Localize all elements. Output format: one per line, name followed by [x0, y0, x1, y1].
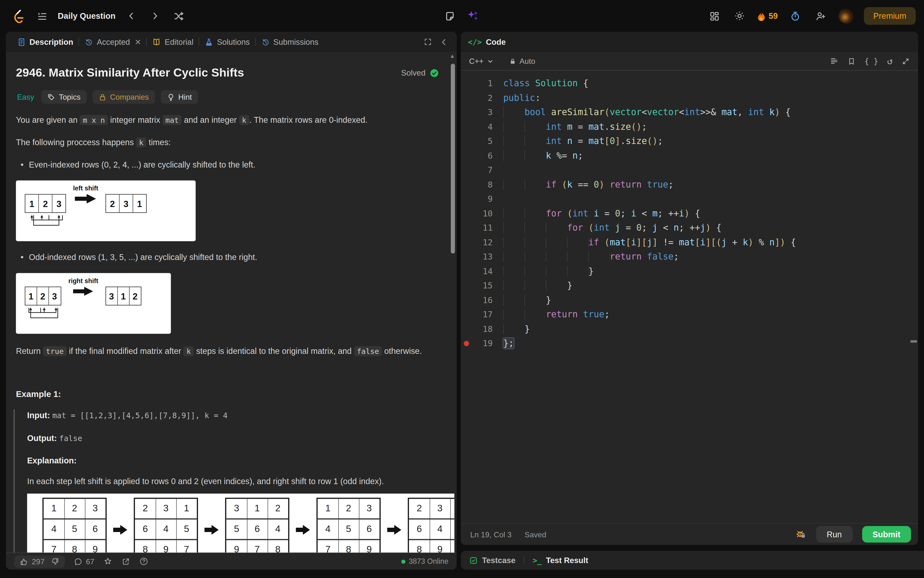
comments-button[interactable]: 67 [73, 557, 94, 566]
tab-label: Accepted [97, 37, 130, 47]
explanation-label: Explanation: [27, 455, 439, 466]
help-icon [139, 557, 149, 566]
tab-submissions[interactable]: Submissions [256, 32, 324, 52]
line-number: 11 [471, 223, 493, 232]
fullscreen-icon[interactable] [423, 37, 432, 47]
run-button[interactable]: Run [816, 526, 852, 542]
line-number: 2 [471, 93, 493, 102]
code-line[interactable]: 19}; [461, 336, 918, 351]
submit-button[interactable]: Submit [862, 526, 911, 542]
nav-daily-question-label[interactable]: Daily Question [58, 11, 115, 21]
tab-editorial[interactable]: Editorial [147, 32, 199, 52]
difficulty-badge[interactable]: Easy [16, 91, 36, 103]
prev-question-icon[interactable] [124, 8, 139, 24]
matrix-sequence-image: 1234567892316458973125649781234567892316… [27, 494, 455, 552]
reset-code-icon[interactable]: ↺ [887, 55, 893, 67]
line-number: 8 [471, 180, 493, 189]
testcase-tab[interactable]: Testcase [469, 556, 516, 565]
checkbox-icon [469, 556, 478, 565]
tab-accepted[interactable]: Accepted ✕ [79, 32, 147, 52]
ai-sparkles-icon[interactable] [466, 8, 481, 24]
explanation-text: In each step left shift is applied to ro… [27, 476, 439, 486]
line-number: 10 [471, 209, 493, 218]
settings-gear-icon[interactable] [732, 8, 748, 24]
notes-icon[interactable] [442, 8, 457, 24]
code-line[interactable]: 16 } [461, 293, 918, 307]
matrix: 123456789 [42, 497, 107, 552]
scrollbar-thumb[interactable] [451, 64, 455, 254]
history-icon [84, 37, 93, 47]
favorite-button[interactable] [103, 557, 113, 566]
topics-chip[interactable]: Topics [41, 90, 86, 104]
code-line[interactable]: 9 [461, 192, 918, 206]
debugger-bug-icon[interactable] [795, 528, 807, 540]
test-result-tab[interactable]: >_ Test Result [532, 556, 588, 565]
timer-icon[interactable] [788, 8, 803, 24]
tab-label: Solutions [217, 37, 250, 47]
matrix-cell: 2 [106, 195, 119, 212]
flask-icon [205, 37, 214, 47]
code-line[interactable]: 12 if (mat[i][j] != mat[i][(j + k) % n])… [461, 235, 918, 249]
shuffle-icon[interactable] [171, 8, 186, 24]
streak-counter[interactable]: 59 [757, 11, 778, 21]
like-button[interactable]: 297 [19, 557, 45, 566]
feedback-button[interactable] [139, 557, 149, 566]
code-line[interactable]: 10 for (int i = 0; i < m; ++i) { [461, 206, 918, 221]
tab-label: Submissions [273, 37, 318, 47]
tab-description[interactable]: Description [12, 32, 78, 52]
shift-label: right shift [68, 277, 98, 284]
dislike-button[interactable] [50, 557, 60, 566]
code-line[interactable]: 7 [461, 163, 918, 177]
hint-chip[interactable]: Hint [161, 90, 198, 104]
code-line[interactable]: 3 bool areSimilar(vector<vector<int>>& m… [461, 105, 918, 119]
tab-label: Description [29, 37, 73, 47]
code-line[interactable]: 5 int n = mat[0].size(); [461, 134, 918, 148]
example-block: Input: mat = [[1,2,3],[4,5,6],[7,8,9]], … [13, 409, 439, 552]
bookmark-icon[interactable] [847, 57, 856, 65]
format-code-icon[interactable] [830, 57, 838, 65]
tab-solutions[interactable]: Solutions [199, 32, 255, 52]
code-line[interactable]: 11 for (int j = 0; j < n; ++j) { [461, 221, 918, 235]
code-line[interactable]: 6 k %= n; [461, 148, 918, 163]
code-line[interactable]: 14 } [461, 264, 918, 278]
auto-toggle[interactable]: Auto [509, 57, 535, 65]
collapse-panel-icon[interactable] [440, 37, 448, 47]
code-panel: </> Code C++ Auto { } [461, 32, 918, 545]
share-button[interactable] [121, 557, 130, 566]
language-selector[interactable]: C++ [469, 57, 494, 65]
arrow-icon [113, 524, 127, 535]
lock-icon [509, 58, 516, 65]
code-line[interactable]: 17 return true; [461, 307, 918, 321]
breakpoint-dot[interactable] [461, 341, 471, 346]
avatar[interactable] [838, 8, 854, 24]
code-panel-title: Code [486, 37, 506, 47]
problem-list-icon[interactable] [34, 8, 50, 24]
dashboard-grid-icon[interactable] [707, 8, 722, 24]
companies-chip[interactable]: Companies [92, 90, 155, 104]
snippets-icon[interactable]: { } [864, 57, 878, 65]
line-number: 9 [471, 194, 493, 204]
code-editor[interactable]: 1class Solution {2public:3 bool areSimil… [461, 71, 918, 523]
line-number: 6 [471, 151, 493, 160]
leetcode-logo[interactable] [11, 8, 26, 24]
close-tab-icon[interactable]: ✕ [135, 37, 141, 47]
example-input: Input: mat = [[1,2,3],[4,5,6],[7,8,9]], … [27, 409, 439, 422]
code-line[interactable]: 1class Solution { [461, 76, 918, 91]
arrow-icon [204, 524, 218, 535]
code-line[interactable]: 18 } [461, 321, 918, 336]
premium-button[interactable]: Premium [864, 7, 916, 24]
add-user-icon[interactable] [813, 8, 829, 24]
code-line[interactable]: 13 return false; [461, 249, 918, 264]
next-question-icon[interactable] [147, 8, 163, 24]
share-icon [121, 557, 130, 566]
code-line[interactable]: 15 } [461, 278, 918, 293]
code-line[interactable]: 4 int m = mat.size(); [461, 119, 918, 134]
matrix-cell: 3 [49, 287, 60, 305]
line-number: 16 [471, 295, 493, 305]
scrollbar-up-arrow[interactable]: ▲ [450, 53, 455, 59]
code-line[interactable]: 2public: [461, 91, 918, 105]
code-line[interactable]: 8 if (k == 0) return true; [461, 177, 918, 192]
problem-title: 2946. Matrix Similarity After Cyclic Shi… [16, 66, 244, 80]
maximize-editor-icon[interactable] [901, 57, 910, 65]
arrow-icon [296, 524, 310, 535]
